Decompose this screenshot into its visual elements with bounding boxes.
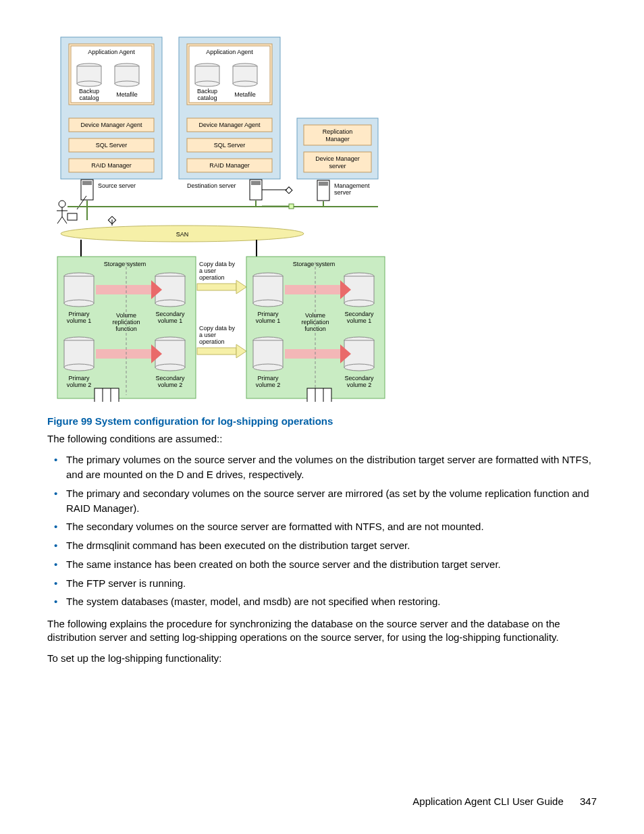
svg-text:Management: Management <box>334 182 370 189</box>
svg-text:volume 1: volume 1 <box>158 317 183 324</box>
svg-text:server: server <box>334 189 351 196</box>
svg-rect-89 <box>64 340 94 367</box>
figure-caption: Figure 99 System configuration for log-s… <box>47 415 597 427</box>
svg-rect-123 <box>285 285 340 294</box>
svg-text:volume 2: volume 2 <box>67 382 92 388</box>
svg-text:Application Agent: Application Agent <box>88 49 135 55</box>
svg-point-129 <box>253 364 283 371</box>
svg-text:catalog: catalog <box>197 95 217 101</box>
svg-rect-84 <box>96 285 151 294</box>
conditions-list: The primary volumes on the source server… <box>47 452 597 609</box>
svg-rect-56 <box>68 213 77 220</box>
svg-text:server: server <box>329 163 346 170</box>
svg-text:Device Manager Agent: Device Manager Agent <box>80 122 142 128</box>
svg-text:operation: operation <box>199 338 225 345</box>
svg-text:volume 2: volume 2 <box>158 382 183 388</box>
svg-rect-65 <box>289 204 294 209</box>
svg-rect-139 <box>307 388 331 402</box>
svg-text:Secondary: Secondary <box>155 311 185 317</box>
page-number: 347 <box>580 796 597 807</box>
server-icon <box>81 180 93 200</box>
user-icon <box>57 201 77 224</box>
svg-point-28 <box>195 81 219 86</box>
list-item: The system databases (master, model, and… <box>66 594 597 609</box>
svg-text:Primary: Primary <box>258 311 279 317</box>
svg-rect-98 <box>96 349 151 359</box>
svg-text:Primary: Primary <box>258 375 279 382</box>
svg-rect-114 <box>253 276 283 303</box>
svg-text:catalog: catalog <box>79 95 99 101</box>
svg-text:Replication: Replication <box>323 128 353 135</box>
list-item: The primary volumes on the source server… <box>66 452 597 482</box>
svg-rect-100 <box>95 388 119 402</box>
svg-text:Copy data by: Copy data by <box>199 325 236 332</box>
svg-point-90 <box>64 364 94 371</box>
list-item: The drmsqlinit command has been executed… <box>66 538 597 553</box>
svg-rect-63 <box>286 187 292 194</box>
svg-rect-42 <box>251 181 261 185</box>
svg-text:SAN: SAN <box>176 231 189 238</box>
svg-point-81 <box>155 300 185 307</box>
svg-point-134 <box>344 364 374 371</box>
svg-point-55 <box>59 201 65 207</box>
svg-point-120 <box>344 300 374 307</box>
svg-text:Primary: Primary <box>69 375 90 382</box>
svg-text:Device Manager: Device Manager <box>315 155 360 162</box>
svg-point-76 <box>64 300 94 307</box>
svg-text:operation: operation <box>199 274 225 281</box>
svg-rect-103 <box>197 284 236 290</box>
svg-text:Manager: Manager <box>325 136 350 142</box>
svg-rect-137 <box>285 349 340 359</box>
svg-text:Storage system: Storage system <box>104 261 146 267</box>
svg-text:SQL Server: SQL Server <box>96 142 128 149</box>
figure-diagram: Application Agent Backup catalog Metafil… <box>54 34 597 402</box>
svg-text:Backup: Backup <box>197 88 217 95</box>
svg-text:volume 1: volume 1 <box>256 317 281 324</box>
svg-text:SQL Server: SQL Server <box>214 142 246 149</box>
svg-text:Primary: Primary <box>69 311 90 317</box>
svg-text:Application Agent: Application Agent <box>206 49 253 55</box>
svg-point-95 <box>155 364 185 371</box>
list-item: The FTP server is running. <box>66 576 597 591</box>
server-icon <box>317 180 329 201</box>
intro-text: The following conditions are assumed:: <box>47 432 597 446</box>
svg-text:Backup: Backup <box>79 88 99 95</box>
svg-text:Device Manager Agent: Device Manager Agent <box>198 122 261 128</box>
svg-text:a user: a user <box>199 332 216 338</box>
list-item: The same instance has been created on bo… <box>66 557 597 572</box>
svg-text:volume 2: volume 2 <box>347 382 372 388</box>
svg-rect-52 <box>319 182 328 186</box>
page-footer: Application Agent CLI User Guide 347 <box>412 796 597 807</box>
svg-point-6 <box>77 81 101 86</box>
svg-text:Secondary: Secondary <box>344 311 374 317</box>
svg-text:RAID Manager: RAID Manager <box>209 162 250 169</box>
footer-title: Application Agent CLI User Guide <box>412 796 563 807</box>
document-page: Application Agent Backup catalog Metafil… <box>0 0 644 834</box>
svg-text:Secondary: Secondary <box>344 375 374 382</box>
svg-text:Copy data by: Copy data by <box>199 261 236 267</box>
svg-text:a user: a user <box>199 267 216 274</box>
svg-point-33 <box>233 81 257 86</box>
svg-rect-128 <box>253 340 283 367</box>
procedure-text: The following explains the procedure for… <box>47 617 597 645</box>
svg-text:volume 1: volume 1 <box>347 317 372 324</box>
svg-text:volume 2: volume 2 <box>256 382 281 388</box>
svg-text:Metafile: Metafile <box>234 91 256 98</box>
svg-text:Storage system: Storage system <box>293 261 336 267</box>
setup-text: To set up the log-shipping functionality… <box>47 652 597 665</box>
svg-text:Source server: Source server <box>98 182 136 189</box>
svg-point-115 <box>253 300 283 307</box>
svg-rect-107 <box>197 348 236 355</box>
svg-rect-20 <box>82 181 92 185</box>
svg-text:Secondary: Secondary <box>155 375 185 382</box>
svg-text:RAID Manager: RAID Manager <box>91 162 132 169</box>
list-item: The primary and secondary volumes on the… <box>66 486 597 516</box>
svg-text:Destination server: Destination server <box>187 182 236 189</box>
server-icon <box>250 180 262 200</box>
list-item: The secondary volumes on the source serv… <box>66 519 597 534</box>
svg-point-11 <box>115 81 139 86</box>
svg-text:volume 1: volume 1 <box>67 317 92 324</box>
system-config-diagram: Application Agent Backup catalog Metafil… <box>54 34 392 402</box>
svg-text:Metafile: Metafile <box>116 91 138 98</box>
svg-rect-75 <box>64 276 94 303</box>
